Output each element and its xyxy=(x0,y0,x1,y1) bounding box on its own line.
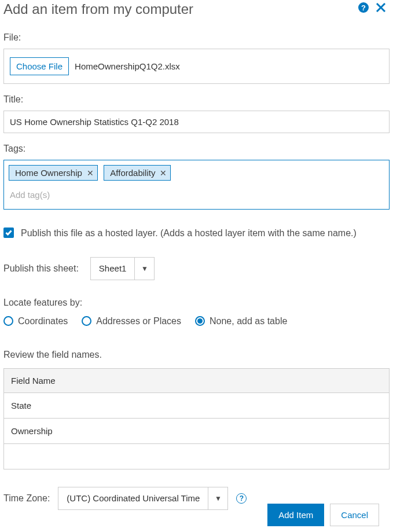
table-row xyxy=(4,443,390,469)
dialog-body: File: Choose File HomeOwnershipQ1Q2.xlsx… xyxy=(0,16,393,532)
fields-label: Review the field names. xyxy=(3,350,390,360)
sheet-select-value: Sheet1 xyxy=(91,258,135,280)
info-icon[interactable]: ? xyxy=(236,493,247,504)
radio-label: Coordinates xyxy=(18,316,68,326)
sheet-select[interactable]: Sheet1 ▼ xyxy=(90,257,155,280)
timezone-select[interactable]: (UTC) Coordinated Universal Time ▼ xyxy=(58,487,228,510)
file-label: File: xyxy=(3,32,390,43)
tag-chip: Affordability ✕ xyxy=(104,165,171,181)
close-icon[interactable] xyxy=(374,1,387,14)
publish-checkbox[interactable] xyxy=(3,228,14,238)
tags-label: Tags: xyxy=(3,144,390,154)
locate-label: Locate features by: xyxy=(3,298,390,308)
table-row: State xyxy=(4,392,390,418)
publish-checkbox-label: Publish this file as a hosted layer. (Ad… xyxy=(21,226,357,241)
chevron-down-icon: ▼ xyxy=(208,487,227,509)
tag-label: Affordability xyxy=(110,168,155,178)
title-input[interactable] xyxy=(3,111,390,133)
tag-remove-icon[interactable]: ✕ xyxy=(87,169,94,177)
dialog-title: Add an item from my computer xyxy=(3,0,358,17)
radio-label: None, add as table xyxy=(210,316,287,326)
radio-none[interactable]: None, add as table xyxy=(195,316,287,326)
publish-sheet-label: Publish this sheet: xyxy=(3,263,79,274)
help-icon[interactable]: ? xyxy=(358,2,369,13)
tag-label: Home Ownership xyxy=(15,168,82,178)
radio-addresses[interactable]: Addresses or Places xyxy=(82,316,181,326)
add-item-button[interactable]: Add Item xyxy=(267,504,324,526)
timezone-value: (UTC) Coordinated Universal Time xyxy=(58,487,208,509)
tag-remove-icon[interactable]: ✕ xyxy=(160,169,167,177)
selected-filename: HomeOwnershipQ1Q2.xlsx xyxy=(75,61,180,71)
tags-input-box[interactable]: Home Ownership ✕ Affordability ✕ xyxy=(3,160,390,210)
field-names-table: Field Name State Ownership xyxy=(3,368,390,469)
timezone-label: Time Zone: xyxy=(3,493,50,504)
chevron-down-icon: ▼ xyxy=(134,258,154,280)
table-row: Ownership xyxy=(4,418,390,443)
radio-coordinates[interactable]: Coordinates xyxy=(3,316,68,326)
choose-file-button[interactable]: Choose File xyxy=(10,57,69,75)
title-label: Title: xyxy=(3,94,390,105)
cancel-button[interactable]: Cancel xyxy=(330,504,379,526)
tag-chip: Home Ownership ✕ xyxy=(9,165,98,181)
dialog-footer: Add Item Cancel xyxy=(267,504,379,526)
table-header: Field Name xyxy=(4,368,390,392)
radio-label: Addresses or Places xyxy=(96,316,181,326)
file-picker: Choose File HomeOwnershipQ1Q2.xlsx xyxy=(3,49,390,84)
tag-text-input[interactable] xyxy=(9,186,124,203)
